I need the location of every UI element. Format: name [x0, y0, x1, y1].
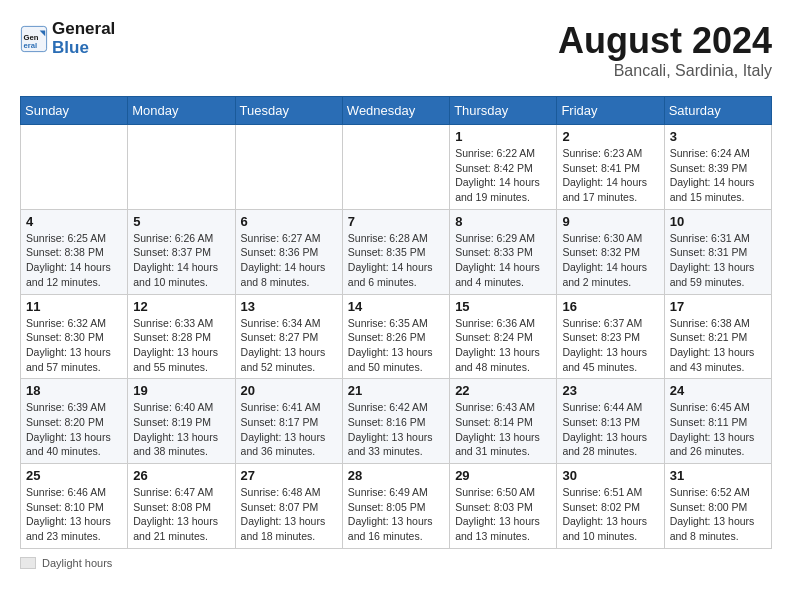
legend: Daylight hours — [20, 557, 772, 569]
day-info: Sunrise: 6:48 AMSunset: 8:07 PMDaylight:… — [241, 485, 337, 544]
day-info: Sunrise: 6:28 AMSunset: 8:35 PMDaylight:… — [348, 231, 444, 290]
day-of-week-header: Saturday — [664, 97, 771, 125]
calendar-cell: 3Sunrise: 6:24 AMSunset: 8:39 PMDaylight… — [664, 125, 771, 210]
calendar-cell: 6Sunrise: 6:27 AMSunset: 8:36 PMDaylight… — [235, 209, 342, 294]
calendar-cell: 21Sunrise: 6:42 AMSunset: 8:16 PMDayligh… — [342, 379, 449, 464]
day-info: Sunrise: 6:43 AMSunset: 8:14 PMDaylight:… — [455, 400, 551, 459]
day-info: Sunrise: 6:40 AMSunset: 8:19 PMDaylight:… — [133, 400, 229, 459]
calendar-cell — [235, 125, 342, 210]
calendar-cell: 12Sunrise: 6:33 AMSunset: 8:28 PMDayligh… — [128, 294, 235, 379]
day-info: Sunrise: 6:39 AMSunset: 8:20 PMDaylight:… — [26, 400, 122, 459]
calendar-cell: 7Sunrise: 6:28 AMSunset: 8:35 PMDaylight… — [342, 209, 449, 294]
day-number: 26 — [133, 468, 229, 483]
calendar-table: SundayMondayTuesdayWednesdayThursdayFrid… — [20, 96, 772, 549]
calendar-cell: 15Sunrise: 6:36 AMSunset: 8:24 PMDayligh… — [450, 294, 557, 379]
day-number: 22 — [455, 383, 551, 398]
calendar-cell: 13Sunrise: 6:34 AMSunset: 8:27 PMDayligh… — [235, 294, 342, 379]
calendar-week-row: 18Sunrise: 6:39 AMSunset: 8:20 PMDayligh… — [21, 379, 772, 464]
day-number: 27 — [241, 468, 337, 483]
calendar-cell: 5Sunrise: 6:26 AMSunset: 8:37 PMDaylight… — [128, 209, 235, 294]
day-info: Sunrise: 6:29 AMSunset: 8:33 PMDaylight:… — [455, 231, 551, 290]
calendar-cell — [21, 125, 128, 210]
day-info: Sunrise: 6:49 AMSunset: 8:05 PMDaylight:… — [348, 485, 444, 544]
day-number: 2 — [562, 129, 658, 144]
legend-label: Daylight hours — [42, 557, 112, 569]
day-number: 9 — [562, 214, 658, 229]
logo-line1: General — [52, 20, 115, 39]
day-number: 6 — [241, 214, 337, 229]
day-number: 30 — [562, 468, 658, 483]
calendar-cell: 27Sunrise: 6:48 AMSunset: 8:07 PMDayligh… — [235, 464, 342, 549]
day-of-week-header: Thursday — [450, 97, 557, 125]
day-number: 16 — [562, 299, 658, 314]
calendar-cell: 22Sunrise: 6:43 AMSunset: 8:14 PMDayligh… — [450, 379, 557, 464]
day-number: 10 — [670, 214, 766, 229]
logo: Gen eral General Blue — [20, 20, 115, 57]
calendar-cell: 17Sunrise: 6:38 AMSunset: 8:21 PMDayligh… — [664, 294, 771, 379]
calendar-cell: 10Sunrise: 6:31 AMSunset: 8:31 PMDayligh… — [664, 209, 771, 294]
day-info: Sunrise: 6:44 AMSunset: 8:13 PMDaylight:… — [562, 400, 658, 459]
day-number: 20 — [241, 383, 337, 398]
calendar-week-row: 25Sunrise: 6:46 AMSunset: 8:10 PMDayligh… — [21, 464, 772, 549]
day-number: 18 — [26, 383, 122, 398]
calendar-cell: 2Sunrise: 6:23 AMSunset: 8:41 PMDaylight… — [557, 125, 664, 210]
day-info: Sunrise: 6:22 AMSunset: 8:42 PMDaylight:… — [455, 146, 551, 205]
day-number: 31 — [670, 468, 766, 483]
day-number: 28 — [348, 468, 444, 483]
calendar-week-row: 1Sunrise: 6:22 AMSunset: 8:42 PMDaylight… — [21, 125, 772, 210]
day-info: Sunrise: 6:23 AMSunset: 8:41 PMDaylight:… — [562, 146, 658, 205]
calendar-header-row: SundayMondayTuesdayWednesdayThursdayFrid… — [21, 97, 772, 125]
day-number: 13 — [241, 299, 337, 314]
day-info: Sunrise: 6:51 AMSunset: 8:02 PMDaylight:… — [562, 485, 658, 544]
calendar-week-row: 11Sunrise: 6:32 AMSunset: 8:30 PMDayligh… — [21, 294, 772, 379]
svg-text:eral: eral — [24, 41, 38, 50]
day-info: Sunrise: 6:36 AMSunset: 8:24 PMDaylight:… — [455, 316, 551, 375]
location-subtitle: Bancali, Sardinia, Italy — [558, 62, 772, 80]
calendar-cell: 19Sunrise: 6:40 AMSunset: 8:19 PMDayligh… — [128, 379, 235, 464]
title-block: August 2024 Bancali, Sardinia, Italy — [558, 20, 772, 80]
day-info: Sunrise: 6:47 AMSunset: 8:08 PMDaylight:… — [133, 485, 229, 544]
calendar-cell: 31Sunrise: 6:52 AMSunset: 8:00 PMDayligh… — [664, 464, 771, 549]
calendar-cell: 9Sunrise: 6:30 AMSunset: 8:32 PMDaylight… — [557, 209, 664, 294]
calendar-cell: 25Sunrise: 6:46 AMSunset: 8:10 PMDayligh… — [21, 464, 128, 549]
page-header: Gen eral General Blue August 2024 Bancal… — [20, 20, 772, 80]
calendar-cell: 8Sunrise: 6:29 AMSunset: 8:33 PMDaylight… — [450, 209, 557, 294]
calendar-cell: 26Sunrise: 6:47 AMSunset: 8:08 PMDayligh… — [128, 464, 235, 549]
day-info: Sunrise: 6:46 AMSunset: 8:10 PMDaylight:… — [26, 485, 122, 544]
calendar-cell: 4Sunrise: 6:25 AMSunset: 8:38 PMDaylight… — [21, 209, 128, 294]
day-of-week-header: Tuesday — [235, 97, 342, 125]
calendar-cell: 20Sunrise: 6:41 AMSunset: 8:17 PMDayligh… — [235, 379, 342, 464]
day-info: Sunrise: 6:45 AMSunset: 8:11 PMDaylight:… — [670, 400, 766, 459]
calendar-cell: 16Sunrise: 6:37 AMSunset: 8:23 PMDayligh… — [557, 294, 664, 379]
day-info: Sunrise: 6:34 AMSunset: 8:27 PMDaylight:… — [241, 316, 337, 375]
day-info: Sunrise: 6:33 AMSunset: 8:28 PMDaylight:… — [133, 316, 229, 375]
day-number: 5 — [133, 214, 229, 229]
calendar-cell: 11Sunrise: 6:32 AMSunset: 8:30 PMDayligh… — [21, 294, 128, 379]
day-number: 19 — [133, 383, 229, 398]
day-of-week-header: Wednesday — [342, 97, 449, 125]
calendar-cell: 14Sunrise: 6:35 AMSunset: 8:26 PMDayligh… — [342, 294, 449, 379]
day-info: Sunrise: 6:26 AMSunset: 8:37 PMDaylight:… — [133, 231, 229, 290]
legend-box — [20, 557, 36, 569]
day-info: Sunrise: 6:52 AMSunset: 8:00 PMDaylight:… — [670, 485, 766, 544]
day-info: Sunrise: 6:25 AMSunset: 8:38 PMDaylight:… — [26, 231, 122, 290]
calendar-week-row: 4Sunrise: 6:25 AMSunset: 8:38 PMDaylight… — [21, 209, 772, 294]
day-info: Sunrise: 6:27 AMSunset: 8:36 PMDaylight:… — [241, 231, 337, 290]
day-number: 29 — [455, 468, 551, 483]
day-number: 24 — [670, 383, 766, 398]
calendar-cell: 18Sunrise: 6:39 AMSunset: 8:20 PMDayligh… — [21, 379, 128, 464]
calendar-cell: 23Sunrise: 6:44 AMSunset: 8:13 PMDayligh… — [557, 379, 664, 464]
day-info: Sunrise: 6:42 AMSunset: 8:16 PMDaylight:… — [348, 400, 444, 459]
day-of-week-header: Sunday — [21, 97, 128, 125]
day-info: Sunrise: 6:32 AMSunset: 8:30 PMDaylight:… — [26, 316, 122, 375]
day-info: Sunrise: 6:35 AMSunset: 8:26 PMDaylight:… — [348, 316, 444, 375]
calendar-cell: 1Sunrise: 6:22 AMSunset: 8:42 PMDaylight… — [450, 125, 557, 210]
month-year-title: August 2024 — [558, 20, 772, 62]
day-number: 4 — [26, 214, 122, 229]
day-number: 3 — [670, 129, 766, 144]
calendar-cell: 30Sunrise: 6:51 AMSunset: 8:02 PMDayligh… — [557, 464, 664, 549]
calendar-cell: 29Sunrise: 6:50 AMSunset: 8:03 PMDayligh… — [450, 464, 557, 549]
day-number: 12 — [133, 299, 229, 314]
logo-line2: Blue — [52, 39, 115, 58]
day-of-week-header: Friday — [557, 97, 664, 125]
